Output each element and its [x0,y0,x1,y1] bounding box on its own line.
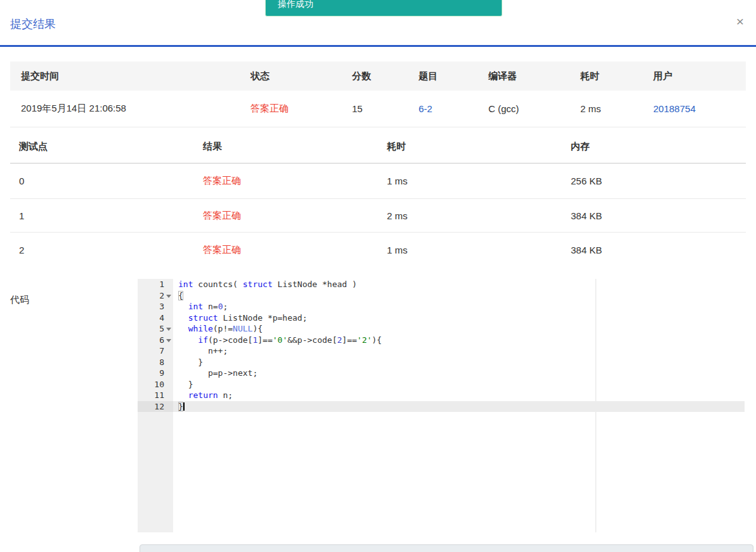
col-header-testcase: 测试点 [10,130,194,163]
col-header-score: 分数 [341,61,408,91]
col-header-result: 结果 [194,130,378,163]
editor-content[interactable]: int countcs( struct ListNode *head ){ in… [173,279,745,532]
code-token: ListNode *p=head; [218,313,308,323]
col-header-user: 用户 [642,61,746,91]
code-token: while [188,324,213,333]
compiler-value: C (gcc) [478,91,570,127]
gutter-line-number: 6 [138,335,173,346]
testcase-table: 测试点 结果 耗时 内存 0 答案正确 1 ms 256 KB 1 答案正确 2… [10,130,746,267]
code-token: ListNode *head ) [273,279,357,289]
col-header-problem: 题目 [408,61,478,91]
close-icon[interactable]: × [736,15,744,29]
code-token: { [178,291,183,300]
success-toast: 操作成功 [265,0,502,16]
col-header-submit-time: 提交时间 [10,61,240,91]
col-header-memory: 内存 [562,130,746,163]
problem-link[interactable]: 6-2 [419,103,433,114]
code-editor[interactable]: 123456789101112 int countcs( struct List… [138,279,745,532]
code-section: 代码 123456789101112 int countcs( struct L… [0,279,756,532]
code-token: if [198,335,208,345]
code-token: (p->code[ [208,335,252,345]
code-line-8: } [173,357,745,368]
col-header-status: 状态 [240,61,341,91]
code-line-3: int n=0; [173,301,745,312]
code-token: n++; [178,346,228,356]
code-line-4: struct ListNode *p=head; [173,312,745,324]
fold-toggle-icon[interactable] [166,328,171,331]
code-token: struct [243,279,273,289]
testcase-duration: 1 ms [378,164,562,198]
submission-table-header: 提交时间 状态 分数 题目 编译器 耗时 用户 [10,61,746,91]
gutter-line-number: 11 [138,390,173,401]
testcase-id: 2 [10,233,194,267]
testcase-id: 1 [10,199,194,232]
testcase-id: 0 [10,164,194,198]
code-token: &&p->code[ [287,335,337,345]
testcase-result: 答案正确 [203,244,241,256]
gutter-line-number: 2 [138,290,173,302]
table-row: 1 答案正确 2 ms 384 KB [10,199,746,233]
table-row: 2 答案正确 1 ms 384 KB [10,233,746,267]
code-token: ){ [252,324,263,333]
code-token: p=p->next; [178,368,257,378]
toast-message: 操作成功 [278,0,313,10]
code-line-1: int countcs( struct ListNode *head ) [173,279,745,290]
text-cursor [183,402,185,411]
code-token [178,324,188,333]
duration-value: 2 ms [570,91,642,127]
submission-table: 提交时间 状态 分数 题目 编译器 耗时 用户 2019年5月14日 21:06… [10,61,746,127]
gutter-line-number: 10 [138,379,173,390]
code-token [178,335,198,345]
editor-lines: int countcs( struct ListNode *head ){ in… [173,279,745,412]
code-line-7: n++; [173,345,745,357]
col-header-time: 耗时 [378,130,562,163]
col-header-duration: 耗时 [570,61,642,91]
code-token: NULL [233,324,252,333]
testcase-memory: 384 KB [562,199,746,232]
collapsed-panel [140,544,753,552]
user-link[interactable]: 20188754 [653,103,696,114]
code-token: ; [223,302,228,311]
code-token: '0' [273,335,287,345]
code-line-12: } [173,401,745,413]
gutter-line-number: 5 [138,323,173,335]
code-token: int [178,279,193,289]
testcase-duration: 1 ms [378,233,562,267]
testcase-memory: 256 KB [562,164,746,198]
editor-gutter: 123456789101112 [138,279,173,532]
header-divider [0,45,756,47]
code-token: return [188,390,218,400]
table-row: 0 答案正确 1 ms 256 KB [10,164,746,199]
code-line-9: p=p->next; [173,368,745,379]
gutter-line-number: 3 [138,301,173,312]
code-token: struct [188,313,218,323]
gutter-line-number: 9 [138,368,173,379]
code-line-6: if(p->code[1]=='0'&&p->code[2]=='2'){ [173,335,745,346]
code-line-10: } [173,379,745,390]
code-token: (p!= [213,324,233,333]
code-token: } [178,380,193,389]
code-token: ]== [342,335,356,345]
code-line-2: { [173,290,745,302]
testcase-memory: 384 KB [562,233,746,267]
code-token: int [188,302,203,311]
score-value: 15 [341,91,408,127]
code-token: countcs( [193,279,242,289]
code-token: '2' [357,335,372,345]
code-token: } [178,357,203,367]
code-token: ]== [257,335,272,345]
fold-toggle-icon[interactable] [166,339,171,342]
gutter-line-number: 1 [138,279,173,290]
fold-toggle-icon[interactable] [166,295,171,298]
code-token [178,390,188,400]
submission-row: 2019年5月14日 21:06:58 答案正确 15 6-2 C (gcc) … [10,91,746,127]
gutter-line-number: 7 [138,345,173,357]
testcase-duration: 2 ms [378,199,562,232]
testcase-result: 答案正确 [203,210,241,222]
code-token: ){ [372,335,382,345]
testcase-table-header: 测试点 结果 耗时 内存 [10,130,746,164]
code-token [178,313,188,323]
code-line-11: return n; [173,390,745,401]
code-token [178,302,188,311]
col-header-compiler: 编译器 [478,61,570,91]
